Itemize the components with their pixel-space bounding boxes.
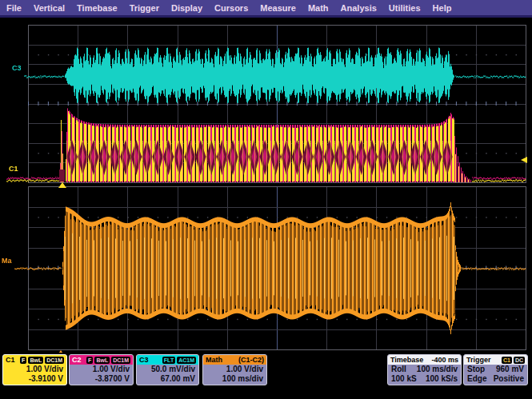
- menu-measure[interactable]: Measure: [260, 3, 296, 13]
- menu-help[interactable]: Help: [433, 3, 452, 13]
- c1-descriptor-header: C1 F BwL DC1M: [3, 355, 66, 365]
- math-title: Math: [206, 356, 222, 364]
- trace-label-c1[interactable]: C1: [9, 165, 18, 173]
- c2-descriptor-header: C2 F BwL DC1M: [70, 355, 133, 365]
- trigger-source-badge: C1: [502, 357, 512, 364]
- c3-descriptor[interactable]: C3 FLT AC1M 50.0 mV/div 67.00 mV: [136, 354, 199, 385]
- menu-file[interactable]: File: [6, 3, 22, 13]
- math-descriptor[interactable]: Math (C1-C2) 1.00 V/div 100 ms/div: [202, 354, 267, 385]
- trigger-level: 960 mV: [496, 365, 524, 374]
- c1-badge-bwl: BwL: [28, 357, 43, 364]
- trigger-type: Edge: [467, 374, 486, 384]
- c3-offset: 67.00 mV: [137, 374, 198, 384]
- c2-title: C2: [72, 356, 82, 364]
- c3-badge-coupling: AC1M: [177, 357, 196, 364]
- c1-vdiv: 1.00 V/div: [3, 365, 66, 374]
- timebase-tdiv: 100 ms/div: [417, 365, 458, 374]
- trigger-mode: Stop: [467, 365, 485, 374]
- timebase-title: Timebase: [390, 356, 423, 364]
- timebase-descriptor[interactable]: Timebase -400 ms Roll 100 ms/div 100 kS …: [387, 354, 462, 385]
- menu-vertical[interactable]: Vertical: [34, 3, 65, 13]
- trigger-header: Trigger C1 DC: [464, 355, 527, 365]
- trigger-coupling-badge: DC: [514, 357, 525, 364]
- menu-display[interactable]: Display: [171, 3, 202, 13]
- trace-label-math[interactable]: Ma: [2, 257, 12, 265]
- timebase-mode: Roll: [391, 365, 406, 374]
- c3-vdiv: 50.0 mV/div: [137, 365, 198, 374]
- c1-descriptor[interactable]: C1 F BwL DC1M 1.00 V/div -3.9100 V: [2, 354, 67, 385]
- trigger-row-2: Edge Positive: [464, 374, 527, 384]
- c2-badge-bwl: BwL: [94, 357, 110, 364]
- status-bar: C1 F BwL DC1M 1.00 V/div -3.9100 V C2 F …: [0, 353, 532, 399]
- timebase-row-2: 100 kS 100 kS/s: [388, 374, 461, 384]
- timebase-rate: 100 kS/s: [426, 374, 458, 384]
- c1-offset: -3.9100 V: [3, 374, 66, 384]
- math-tdiv: 100 ms/div: [203, 374, 266, 384]
- timebase-delay: -400 ms: [431, 356, 458, 364]
- waveform-canvas[interactable]: [0, 19, 532, 360]
- timebase-header: Timebase -400 ms: [388, 355, 461, 365]
- c1-badge-f: F: [20, 357, 26, 364]
- c2-badge-coupling: DC1M: [111, 357, 130, 364]
- menu-math[interactable]: Math: [308, 3, 329, 13]
- timebase-samples: 100 kS: [391, 374, 417, 384]
- oscilloscope-screen: File Vertical Timebase Trigger Display C…: [0, 0, 532, 399]
- c2-badge-f: F: [86, 357, 93, 364]
- c3-title: C3: [139, 356, 149, 364]
- math-descriptor-header: Math (C1-C2): [203, 355, 266, 365]
- menu-cursors[interactable]: Cursors: [214, 3, 248, 13]
- menu-utilities[interactable]: Utilities: [389, 3, 421, 13]
- c3-badge-flt: FLT: [162, 357, 175, 364]
- trigger-title: Trigger: [466, 356, 491, 364]
- math-source: (C1-C2): [238, 356, 264, 364]
- menu-bar: File Vertical Timebase Trigger Display C…: [0, 0, 532, 18]
- menu-analysis[interactable]: Analysis: [341, 3, 377, 13]
- trigger-descriptor[interactable]: Trigger C1 DC Stop 960 mV Edge Positive: [463, 354, 528, 385]
- timebase-row-1: Roll 100 ms/div: [388, 365, 461, 374]
- c2-descriptor[interactable]: C2 F BwL DC1M 1.00 V/div -3.8700 V: [69, 354, 134, 385]
- menu-trigger[interactable]: Trigger: [130, 3, 159, 13]
- c2-vdiv: 1.00 V/div: [70, 365, 133, 374]
- trigger-slope: Positive: [494, 374, 524, 384]
- trace-label-c3[interactable]: C3: [12, 64, 22, 72]
- menu-timebase[interactable]: Timebase: [77, 3, 118, 13]
- c1-badge-coupling: DC1M: [45, 357, 64, 364]
- waveform-area: C3 C1 Ma: [0, 19, 532, 360]
- c1-title: C1: [6, 356, 15, 364]
- c3-descriptor-header: C3 FLT AC1M: [137, 355, 198, 365]
- trigger-row-1: Stop 960 mV: [464, 365, 527, 374]
- c2-offset: -3.8700 V: [70, 374, 133, 384]
- math-vdiv: 1.00 V/div: [203, 365, 266, 374]
